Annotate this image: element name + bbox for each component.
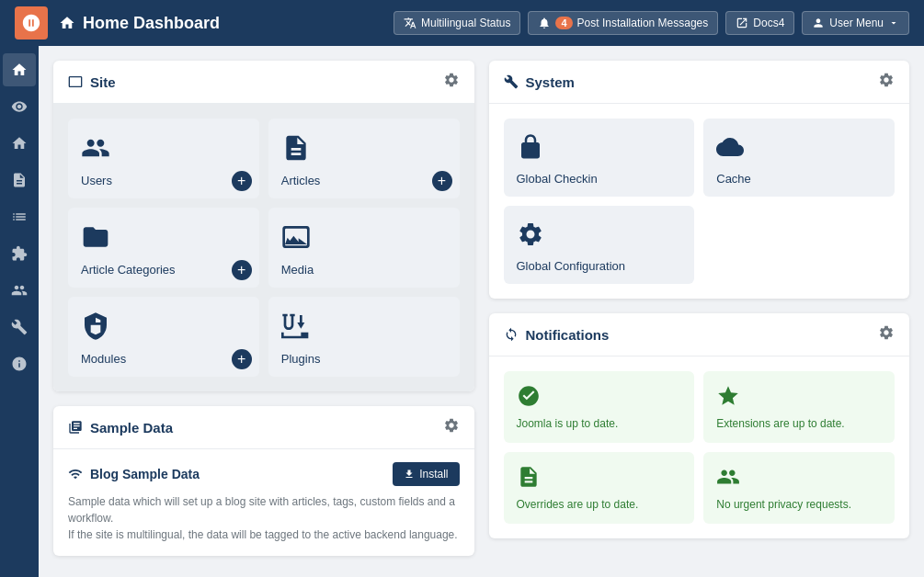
- system-card-header: System: [489, 61, 910, 104]
- cache-icon: [716, 133, 882, 164]
- users-icon: [81, 133, 246, 166]
- system-tile-checkin-label: Global Checkin: [517, 172, 682, 186]
- site-tile-modules[interactable]: Modules +: [68, 297, 259, 377]
- system-card-title: System: [504, 74, 575, 90]
- site-gear-icon[interactable]: [443, 72, 460, 92]
- notif-tile-joomla-label: Joomla is up to date.: [517, 417, 682, 430]
- system-tile-cache-label: Cache: [716, 172, 882, 186]
- joomla-logo[interactable]: [15, 6, 48, 40]
- modules-plus-btn[interactable]: +: [232, 349, 252, 369]
- system-tile-config-label: Global Configuration: [517, 259, 682, 273]
- modules-icon: [81, 311, 246, 345]
- multilingual-status-btn[interactable]: Multilingual Status: [394, 11, 520, 35]
- site-tile-users[interactable]: Users +: [68, 119, 259, 198]
- sample-data-row: Blog Sample Data Install: [68, 462, 460, 486]
- sidebar-item-users[interactable]: [3, 274, 36, 307]
- site-tile-articles-label: Articles: [281, 174, 447, 187]
- sample-data-card-header: Sample Data: [53, 406, 474, 449]
- site-tile-categories-label: Article Categories: [81, 263, 246, 277]
- site-tile-media-label: Media: [281, 263, 447, 277]
- top-nav: Home Dashboard Multilingual Status 4 Pos…: [0, 0, 924, 46]
- install-button[interactable]: Install: [393, 462, 459, 486]
- site-tile-users-label: Users: [81, 174, 246, 187]
- sidebar: [0, 46, 39, 577]
- site-card-header: Site: [53, 61, 474, 104]
- sidebar-item-list[interactable]: [3, 200, 36, 233]
- notif-tile-extensions[interactable]: Extensions are up to date.: [703, 371, 895, 443]
- system-tile-config[interactable]: Global Configuration: [504, 206, 695, 284]
- notif-tile-privacy[interactable]: No urgent privacy requests.: [703, 452, 895, 524]
- post-installation-btn[interactable]: 4 Post Installation Messages: [528, 11, 718, 35]
- articles-icon: [281, 133, 447, 166]
- user-menu-btn[interactable]: User Menu: [802, 11, 909, 35]
- checkin-icon: [517, 133, 682, 164]
- system-tiles-grid: Global Checkin Cache Global: [489, 104, 910, 299]
- site-tile-articles[interactable]: Articles +: [268, 119, 460, 198]
- site-card-title: Site: [68, 74, 116, 90]
- sample-data-card: Sample Data Blog Sample Data: [53, 406, 474, 556]
- categories-plus-btn[interactable]: +: [232, 260, 252, 280]
- sample-data-description: Sample data which will set up a blog sit…: [68, 493, 460, 543]
- main-layout: Site Users +: [0, 46, 924, 577]
- extensions-check-icon: [716, 384, 882, 412]
- joomla-check-icon: [517, 384, 682, 412]
- sidebar-item-house[interactable]: [3, 127, 36, 160]
- system-tile-cache[interactable]: Cache: [703, 119, 895, 197]
- overrides-check-icon: [517, 465, 682, 492]
- sidebar-item-eye[interactable]: [3, 90, 36, 123]
- system-card: System Global Checkin: [489, 61, 910, 299]
- notifications-card-header: Notifications: [489, 313, 910, 356]
- sidebar-item-home[interactable]: [3, 53, 36, 86]
- articles-plus-btn[interactable]: +: [432, 171, 452, 191]
- media-icon: [281, 222, 447, 255]
- top-nav-actions: Multilingual Status 4 Post Installation …: [394, 11, 909, 35]
- notifications-grid: Joomla is up to date. Extensions are up …: [489, 356, 910, 538]
- left-column: Site Users +: [53, 61, 474, 562]
- sample-data-card-title: Sample Data: [68, 420, 173, 436]
- sidebar-item-file[interactable]: [3, 164, 36, 197]
- config-icon: [517, 221, 682, 252]
- sidebar-item-wrench[interactable]: [3, 311, 36, 344]
- site-tiles-grid: Users + Articles +: [53, 104, 474, 391]
- blog-sample-title: Blog Sample Data: [68, 467, 200, 481]
- site-tile-categories[interactable]: Article Categories +: [68, 208, 259, 288]
- site-tile-media[interactable]: Media: [268, 208, 460, 288]
- notif-tile-joomla[interactable]: Joomla is up to date.: [504, 371, 695, 443]
- notif-tile-overrides-label: Overrides are up to date.: [517, 498, 682, 511]
- users-plus-btn[interactable]: +: [232, 171, 252, 191]
- privacy-check-icon: [716, 465, 882, 492]
- categories-icon: [81, 222, 246, 255]
- notifications-card: Notifications Joomla is up to date.: [489, 313, 910, 538]
- docs-btn[interactable]: Docs4: [725, 11, 794, 35]
- sidebar-item-info[interactable]: [3, 347, 36, 380]
- sidebar-item-puzzle[interactable]: [3, 237, 36, 270]
- notif-tile-privacy-label: No urgent privacy requests.: [716, 498, 882, 511]
- sample-data-gear-icon[interactable]: [443, 417, 460, 437]
- site-tile-plugins-label: Plugins: [281, 352, 447, 366]
- site-card: Site Users +: [53, 61, 474, 391]
- system-tile-checkin[interactable]: Global Checkin: [504, 119, 695, 197]
- notif-tile-overrides[interactable]: Overrides are up to date.: [504, 452, 695, 524]
- sample-data-content: Blog Sample Data Install Sample data whi…: [53, 449, 474, 556]
- content-area: Site Users +: [39, 46, 924, 577]
- page-title: Home Dashboard: [59, 14, 394, 33]
- right-column: System Global Checkin: [489, 61, 910, 562]
- notifications-card-title: Notifications: [504, 327, 610, 343]
- system-gear-icon[interactable]: [878, 72, 895, 92]
- site-tile-plugins[interactable]: Plugins: [268, 297, 460, 377]
- site-tile-modules-label: Modules: [81, 352, 246, 366]
- plugins-icon: [281, 311, 447, 345]
- notif-tile-extensions-label: Extensions are up to date.: [716, 417, 882, 430]
- notifications-gear-icon[interactable]: [878, 324, 895, 345]
